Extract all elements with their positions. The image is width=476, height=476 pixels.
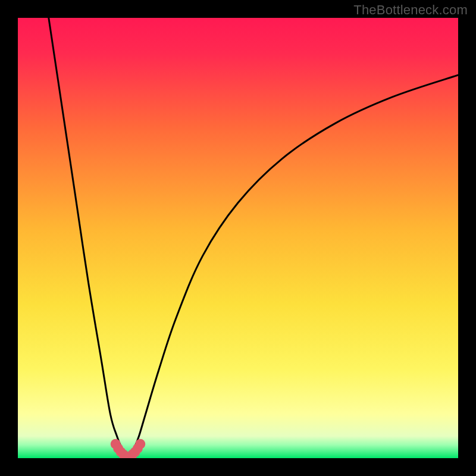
watermark-text: TheBottleneck.com: [353, 2, 468, 18]
plot-area: [18, 18, 458, 458]
chart-canvas: [18, 18, 458, 458]
marker-dot: [135, 439, 145, 449]
gradient-background: [18, 18, 458, 458]
outer-frame: TheBottleneck.com: [0, 0, 476, 476]
